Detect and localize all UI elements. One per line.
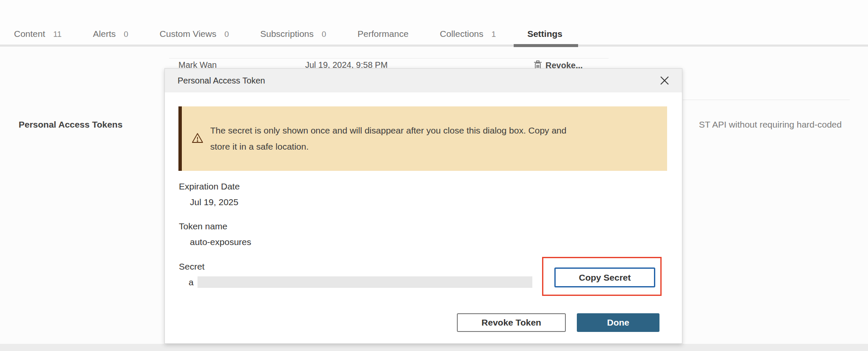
section-description: ST API without requiring hard-coded [699, 120, 864, 130]
revoke-token-button[interactable]: Revoke Token [457, 313, 566, 332]
secret-value-row: a [189, 276, 532, 288]
tab-settings[interactable]: Settings [527, 29, 562, 45]
personal-access-token-dialog: Personal Access Token The secret is only… [164, 68, 682, 344]
tab-count: 0 [322, 30, 326, 39]
secret-masked-bar [198, 276, 532, 288]
revoke-row-label: Revoke... [545, 61, 583, 69]
trash-icon [534, 60, 542, 68]
warning-icon [191, 132, 204, 145]
copy-secret-button[interactable]: Copy Secret [554, 267, 655, 287]
expiration-date-label: Expiration Date [179, 181, 240, 192]
token-creator-name: Mark Wan [178, 60, 217, 68]
tab-label: Collections [440, 29, 484, 39]
secret-warning-banner: The secret is only shown once and will d… [178, 106, 667, 171]
section-title: Personal Access Tokens [19, 120, 122, 130]
tab-label: Settings [527, 29, 562, 39]
secret-visible-char: a [189, 277, 194, 287]
tab-collections[interactable]: Collections 1 [440, 29, 496, 45]
screen: Content 11 Alerts 0 Custom Views 0 Subsc… [0, 0, 868, 351]
tab-count: 11 [53, 30, 62, 39]
token-timestamp: Jul 19, 2024, 9:58 PM [305, 60, 388, 68]
dialog-title: Personal Access Token [178, 76, 265, 86]
tab-custom-views[interactable]: Custom Views 0 [160, 29, 229, 45]
token-name-value: auto-exposures [190, 237, 251, 247]
tab-label: Subscriptions [260, 29, 314, 39]
warning-line-2: store it in a safe location. [210, 139, 566, 155]
tab-count: 1 [492, 30, 496, 39]
tab-count: 0 [224, 30, 229, 39]
expiration-date-value: Jul 19, 2025 [190, 197, 238, 207]
tab-label: Performance [358, 29, 409, 39]
dialog-header: Personal Access Token [165, 69, 682, 92]
tab-subscriptions[interactable]: Subscriptions 0 [260, 29, 326, 45]
token-name-label: Token name [179, 221, 227, 231]
section-divider [683, 100, 850, 100]
warning-line-1: The secret is only shown once and will d… [210, 123, 566, 139]
table-row: Mark Wan Jul 19, 2024, 9:58 PM Revoke... [169, 58, 682, 68]
secret-label: Secret [179, 262, 205, 272]
tab-count: 0 [124, 30, 128, 39]
tab-label: Alerts [93, 29, 116, 39]
tab-label: Custom Views [160, 29, 217, 39]
revoke-row-action: Revoke... [534, 60, 583, 68]
tab-content[interactable]: Content 11 [14, 29, 61, 45]
tab-performance[interactable]: Performance [358, 29, 409, 45]
close-button[interactable] [658, 74, 671, 87]
warning-text: The secret is only shown once and will d… [210, 123, 566, 155]
background-footer-strip [0, 344, 868, 351]
tab-bar: Content 11 Alerts 0 Custom Views 0 Subsc… [0, 0, 868, 47]
tab-label: Content [14, 29, 45, 39]
done-button[interactable]: Done [577, 313, 659, 332]
close-icon [659, 75, 670, 86]
tab-alerts[interactable]: Alerts 0 [93, 29, 128, 45]
